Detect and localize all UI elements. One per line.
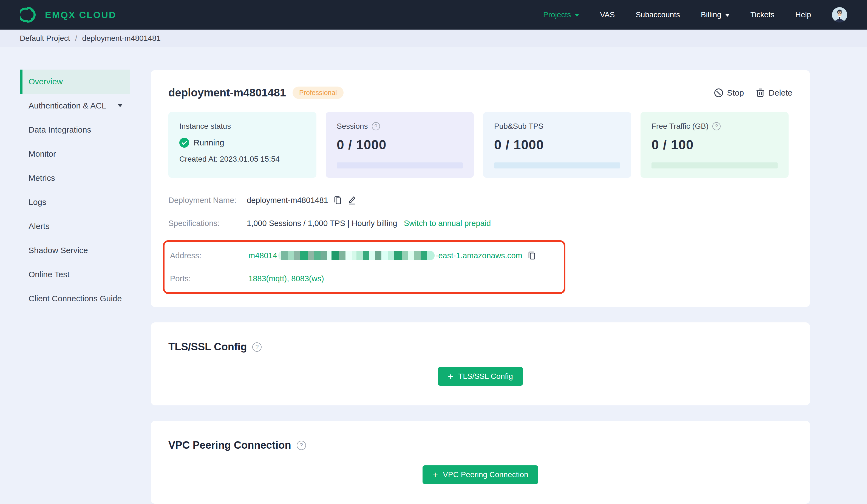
free-traffic-value: 0 / 100 bbox=[652, 137, 778, 152]
instance-status-card: Instance status Running Created At: 2023… bbox=[168, 112, 317, 178]
free-traffic-progress-bar bbox=[652, 162, 778, 168]
plus-icon: + bbox=[448, 373, 453, 380]
add-tls-ssl-config-button[interactable]: + TLS/SSL Config bbox=[438, 367, 523, 386]
delete-button[interactable]: Delete bbox=[756, 88, 792, 98]
sessions-progress-bar bbox=[337, 162, 463, 168]
pubsub-tps-card: Pub&Sub TPS 0 / 1000 bbox=[483, 112, 631, 178]
sidebar-item-client-connections-guide[interactable]: Client Connections Guide bbox=[20, 286, 130, 311]
chevron-down-icon bbox=[575, 14, 579, 17]
pubsub-tps-value: 0 / 1000 bbox=[494, 137, 620, 152]
brand-logo[interactable]: EMQX CLOUD bbox=[20, 6, 116, 24]
sidebar-item-authentication-acl[interactable]: Authentication & ACL bbox=[20, 94, 130, 118]
specifications-value: 1,000 Sessions / 1,000 TPS | Hourly bill… bbox=[247, 219, 397, 228]
instance-status-value: Running bbox=[194, 138, 224, 147]
ports-value: 1883(mqtt), 8083(ws) bbox=[248, 274, 324, 283]
edit-icon[interactable] bbox=[347, 196, 356, 205]
sidebar-item-shadow-service[interactable]: Shadow Service bbox=[20, 238, 130, 262]
stats-row: Instance status Running Created At: 2023… bbox=[168, 112, 792, 178]
sidebar-item-metrics[interactable]: Metrics bbox=[20, 166, 130, 190]
ports-label: Ports: bbox=[170, 274, 248, 283]
stop-button[interactable]: Stop bbox=[714, 88, 744, 98]
tls-ssl-section: TLS/SSL Config ? + TLS/SSL Config bbox=[151, 322, 810, 405]
nav-projects[interactable]: Projects bbox=[543, 10, 579, 19]
help-icon[interactable]: ? bbox=[713, 122, 720, 130]
deployment-overview-card: deployment-m4801481 Professional Stop bbox=[151, 70, 810, 307]
plus-icon: + bbox=[432, 471, 438, 479]
nav-vas[interactable]: VAS bbox=[600, 10, 615, 19]
sessions-label: Sessions bbox=[337, 122, 368, 131]
nav-tickets[interactable]: Tickets bbox=[750, 10, 774, 19]
nav-billing[interactable]: Billing bbox=[701, 10, 730, 19]
tls-ssl-heading: TLS/SSL Config bbox=[168, 341, 247, 353]
sessions-card: Sessions ? 0 / 1000 bbox=[326, 112, 474, 178]
vpc-peering-section: VPC Peering Connection ? + VPC Peering C… bbox=[151, 421, 810, 504]
emqx-cloud-console: EMQX CLOUD Projects VAS Subaccounts Bill… bbox=[0, 0, 867, 504]
emqx-logo-icon bbox=[20, 6, 40, 24]
pubsub-tps-label: Pub&Sub TPS bbox=[494, 122, 544, 131]
user-avatar[interactable] bbox=[832, 7, 847, 22]
main-content: deployment-m4801481 Professional Stop bbox=[151, 47, 810, 504]
sidebar-item-online-test[interactable]: Online Test bbox=[20, 262, 130, 286]
copy-icon[interactable] bbox=[334, 196, 342, 205]
deployment-info: Deployment Name: deployment-m4801481 bbox=[168, 194, 792, 294]
instance-status-label: Instance status bbox=[179, 122, 306, 131]
free-traffic-label: Free Traffic (GB) bbox=[652, 122, 708, 131]
address-suffix: -east-1.amazonaws.com bbox=[436, 251, 522, 260]
breadcrumb-current: deployment-m4801481 bbox=[82, 34, 160, 43]
specifications-label: Specifications: bbox=[168, 219, 247, 228]
chevron-down-icon bbox=[725, 14, 730, 17]
add-vpc-peering-connection-button[interactable]: + VPC Peering Connection bbox=[422, 465, 538, 484]
brand-name: EMQX CLOUD bbox=[45, 10, 116, 20]
top-navigation-bar: EMQX CLOUD Projects VAS Subaccounts Bill… bbox=[0, 0, 867, 30]
free-traffic-card: Free Traffic (GB) ? 0 / 100 bbox=[641, 112, 789, 178]
plan-badge: Professional bbox=[292, 87, 344, 99]
created-at: Created At: 2023.01.05 15:54 bbox=[179, 155, 306, 164]
trash-icon bbox=[756, 88, 765, 98]
help-icon[interactable]: ? bbox=[252, 342, 261, 352]
pubsub-tps-progress-bar bbox=[494, 162, 620, 168]
copy-icon[interactable] bbox=[528, 251, 536, 260]
help-icon[interactable]: ? bbox=[372, 122, 380, 130]
sidebar: Overview Authentication & ACL Data Integ… bbox=[0, 47, 140, 311]
sidebar-item-overview[interactable]: Overview bbox=[20, 69, 130, 94]
deployment-name-value: deployment-m4801481 bbox=[247, 196, 328, 205]
breadcrumb-separator: / bbox=[75, 34, 77, 43]
nav-help[interactable]: Help bbox=[795, 10, 811, 19]
sidebar-item-data-integrations[interactable]: Data Integrations bbox=[20, 118, 130, 142]
annotation-highlight-box: Address: m48014 -east-1.amazonaws.com bbox=[163, 240, 565, 294]
breadcrumb-project[interactable]: Default Project bbox=[20, 34, 70, 43]
sidebar-item-logs[interactable]: Logs bbox=[20, 190, 130, 214]
breadcrumb: Default Project / deployment-m4801481 bbox=[0, 30, 867, 47]
top-nav-menu: Projects VAS Subaccounts Billing Tickets… bbox=[543, 7, 847, 22]
vpc-peering-heading: VPC Peering Connection bbox=[168, 439, 291, 451]
address-label: Address: bbox=[170, 251, 248, 260]
stop-icon bbox=[714, 88, 723, 98]
chevron-down-icon bbox=[118, 105, 122, 107]
address-prefix: m48014 bbox=[248, 251, 277, 260]
help-icon[interactable]: ? bbox=[297, 441, 306, 450]
deployment-title: deployment-m4801481 bbox=[168, 87, 286, 99]
sessions-value: 0 / 1000 bbox=[337, 137, 463, 152]
switch-annual-prepaid-link[interactable]: Switch to annual prepaid bbox=[404, 219, 491, 228]
sidebar-item-alerts[interactable]: Alerts bbox=[20, 214, 130, 238]
nav-subaccounts[interactable]: Subaccounts bbox=[635, 10, 680, 19]
address-redacted-segment bbox=[278, 251, 435, 260]
check-circle-icon bbox=[179, 138, 189, 147]
deployment-name-label: Deployment Name: bbox=[168, 196, 247, 205]
sidebar-item-monitor[interactable]: Monitor bbox=[20, 142, 130, 166]
